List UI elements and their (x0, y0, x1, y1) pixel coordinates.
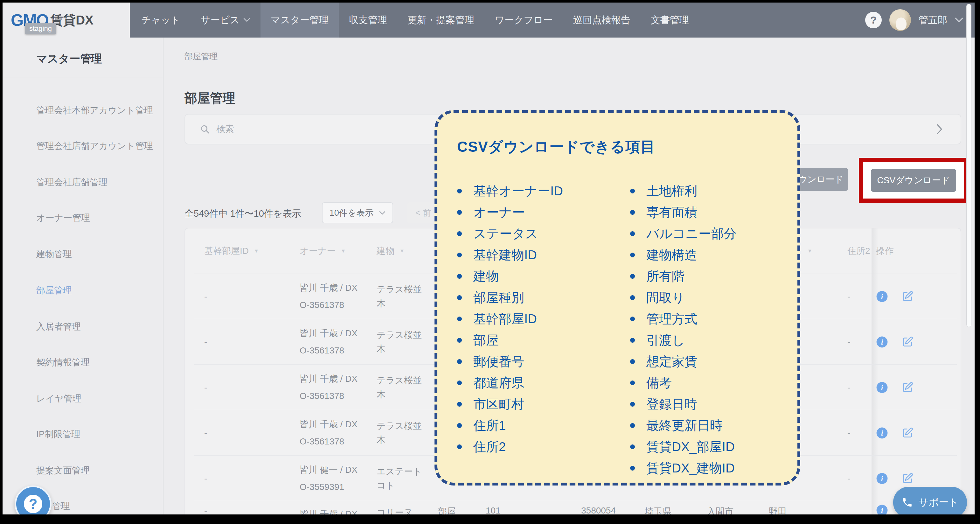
sidebar-item-3[interactable]: オーナー管理 (36, 212, 90, 224)
edit-button[interactable] (901, 473, 913, 484)
page-title: 部屋管理 (185, 89, 235, 107)
column-header-0[interactable]: 基幹部屋ID▼ (204, 228, 259, 274)
cell-owner: 皆川 健一 / DXO-3559391 (300, 456, 358, 501)
cell-address2: - (847, 319, 850, 365)
callout-item: 部屋 (457, 330, 563, 351)
edit-button[interactable] (901, 381, 913, 393)
page-size-value: 10件を表示 (329, 207, 374, 218)
nav-item-label: 更新・提案管理 (407, 14, 474, 27)
nav-item-label: マスター管理 (271, 14, 329, 27)
callout-item: 管理方式 (630, 308, 737, 330)
info-button[interactable]: i (876, 290, 888, 303)
owner-name: 皆川 健一 / DX (300, 461, 358, 478)
sort-arrow-icon: ▼ (254, 248, 259, 254)
nav-menu: チャットサービスマスター管理収支管理更新・提案管理ワークフロー巡回点検報告文書管… (131, 3, 699, 38)
csv-download-button[interactable]: CSVダウンロード (871, 169, 956, 192)
sidebar: マスター管理 管理会社本部アカウント管理管理会社店舗アカウント管理管理会社店舗管… (3, 38, 164, 514)
owner-name: 皆川 千歳 / DX (300, 370, 358, 387)
owner-name: 皆川 千歳 / DX (300, 279, 358, 296)
callout-item: 賃貸DX_建物ID (630, 457, 737, 479)
sidebar-item-7[interactable]: 契約情報管理 (36, 356, 90, 368)
info-button[interactable]: i (876, 427, 888, 439)
avatar[interactable] (889, 9, 911, 31)
callout-item: 市区町村 (457, 393, 563, 415)
cell-postal-code: 3580054 (581, 501, 616, 514)
sidebar-item-9[interactable]: IP制限管理 (36, 428, 80, 440)
column-header-2[interactable]: 建物▼ (377, 228, 405, 274)
nav-item-label: 文書管理 (651, 14, 689, 27)
owner-code: O-3561378 (300, 433, 358, 450)
sidebar-item-6[interactable]: 入居者管理 (36, 321, 81, 333)
nav-item-3[interactable]: 収支管理 (339, 3, 397, 38)
nav-item-label: ワークフロー (495, 14, 553, 27)
user-menu-chevron-down-icon[interactable] (955, 18, 963, 22)
nav-item-label: 巡回点検報告 (573, 14, 630, 27)
nav-item-5[interactable]: ワークフロー (484, 3, 563, 38)
nav-item-7[interactable]: 文書管理 (641, 3, 699, 38)
top-nav: チャットサービスマスター管理収支管理更新・提案管理ワークフロー巡回点検報告文書管… (3, 3, 975, 38)
cell-building: エステートコト (377, 456, 428, 501)
owner-lines: 皆川 健一 / DXO-3559391 (300, 461, 358, 496)
sidebar-item-10[interactable]: 提案文面管理 (36, 465, 90, 476)
sidebar-item-8[interactable]: レイヤ管理 (36, 393, 81, 405)
staging-badge: staging (25, 23, 56, 34)
owner-lines: 皆川 千歳 / DXO-3561378 (300, 416, 358, 450)
sidebar-item-4[interactable]: 建物管理 (36, 248, 72, 260)
row-actions: i (876, 274, 913, 319)
sidebar-item-0[interactable]: 管理会社本部アカウント管理 (36, 104, 153, 116)
cell-owner: 皆川 千歳 / DX (300, 501, 358, 514)
support-button[interactable]: サポート (893, 487, 967, 514)
callout-item: 住所1 (457, 415, 563, 436)
cell-room-id: - (204, 319, 207, 365)
info-button[interactable]: i (876, 504, 888, 514)
info-button[interactable]: i (876, 336, 888, 348)
column-header-label: 住所2 (847, 245, 870, 257)
page-size-select[interactable]: 10件を表示 (322, 202, 393, 223)
info-button[interactable]: i (876, 381, 888, 393)
breadcrumb[interactable]: 部屋管理 (185, 51, 218, 62)
edit-button[interactable] (901, 290, 913, 303)
callout-item: ステータス (457, 223, 563, 244)
nav-item-label: チャット (141, 14, 180, 27)
sidebar-item-5[interactable]: 部屋管理 (36, 284, 72, 296)
column-header-1[interactable]: オーナー▼ (300, 228, 346, 274)
search-expand-chevron-icon[interactable] (936, 124, 943, 135)
nav-item-0[interactable]: チャット (131, 3, 191, 38)
sidebar-item-partial[interactable]: 管理 (52, 500, 70, 512)
vertical-scrollbar-thumb[interactable] (966, 4, 971, 327)
owner-name: 皆川 千歳 / DX (300, 506, 358, 514)
callout-item: 想定家賃 (630, 351, 737, 372)
info-button[interactable]: i (876, 473, 888, 484)
support-label: サポート (919, 496, 959, 509)
nav-item-4[interactable]: 更新・提案管理 (397, 3, 484, 38)
row-actions: i (876, 319, 913, 365)
column-header-3[interactable]: 住所2▼ (847, 228, 880, 274)
owner-name: 皆川 千歳 / DX (300, 325, 358, 342)
sidebar-item-2[interactable]: 管理会社店舗管理 (36, 176, 108, 188)
phone-icon (901, 497, 913, 508)
callout-item: 土地権利 (630, 180, 737, 202)
callout-item: 建物構造 (630, 244, 737, 266)
cell-room: 101 (486, 501, 501, 514)
nav-item-1[interactable]: サービス (191, 3, 261, 38)
callout-item: 建物 (457, 266, 563, 287)
nav-help-icon[interactable]: ? (865, 12, 882, 28)
nav-item-6[interactable]: 巡回点検報告 (563, 3, 641, 38)
nav-item-2[interactable]: マスター管理 (261, 3, 339, 38)
cell-address2: - (847, 410, 850, 456)
edit-button[interactable] (901, 427, 913, 439)
logo-product-text: 賃貸DX (50, 11, 94, 29)
cell-room-id: - (204, 365, 207, 410)
user-name[interactable]: 管五郎 (919, 14, 947, 27)
owner-name: 皆川 千歳 / DX (300, 416, 358, 433)
callout-item: 郵便番号 (457, 351, 563, 372)
sidebar-title: マスター管理 (36, 51, 102, 66)
sidebar-item-1[interactable]: 管理会社店舗アカウント管理 (36, 140, 153, 152)
cell-room-id: - (204, 456, 207, 501)
cell-room-type: 部屋 (438, 501, 456, 514)
app-logo[interactable]: GMO 賃貸DX (3, 3, 130, 38)
edit-button[interactable] (901, 336, 913, 348)
nav-right: ? 管五郎 (865, 3, 963, 38)
column-header-label: 操作 (876, 245, 894, 257)
column-header-label: 基幹部屋ID (204, 245, 249, 257)
